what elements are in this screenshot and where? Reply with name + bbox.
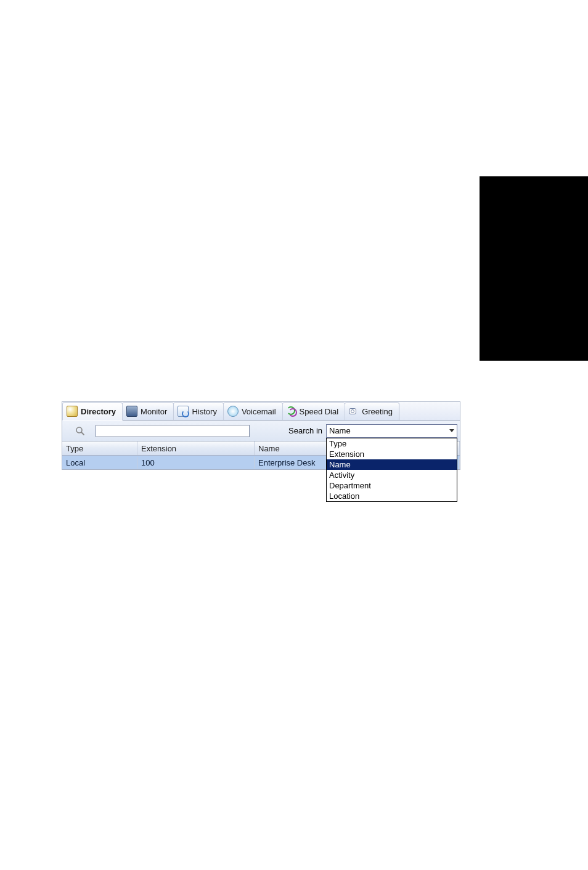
cell-extension: 100 (137, 457, 255, 469)
search-input[interactable] (96, 425, 250, 437)
search-option-extension[interactable]: Extension (327, 449, 457, 459)
search-toolbar: Search in Name Type Extension Name Activ… (62, 421, 460, 441)
svg-line-1 (81, 432, 84, 435)
greeting-icon (349, 406, 359, 416)
chevron-down-icon (449, 429, 454, 432)
history-icon (178, 406, 189, 417)
tab-label-speed-dial: Speed Dial (300, 407, 339, 416)
monitor-icon (126, 406, 137, 417)
search-option-type[interactable]: Type (327, 438, 457, 449)
tab-label-greeting: Greeting (362, 407, 393, 416)
tab-speed-dial[interactable]: Speed Dial (282, 402, 346, 420)
search-icon (65, 426, 96, 436)
search-field-options: Type Extension Name Activity Department … (326, 438, 457, 502)
search-field-selected: Name (329, 426, 351, 435)
black-rectangle (480, 176, 588, 361)
tab-directory[interactable]: Directory (62, 402, 123, 421)
directory-icon (67, 406, 78, 417)
cell-type: Local (62, 457, 137, 469)
search-field-combo: Name Type Extension Name Activity Depart… (326, 424, 457, 438)
tab-label-voicemail: Voicemail (242, 407, 276, 416)
directory-panel: Directory Monitor History Voicemail Spee… (62, 401, 460, 470)
tab-label-monitor: Monitor (141, 407, 167, 416)
refresh-icon (287, 406, 296, 416)
tab-greeting[interactable]: Greeting (345, 402, 399, 420)
tab-history[interactable]: History (173, 402, 223, 420)
tab-monitor[interactable]: Monitor (122, 402, 174, 420)
tab-label-history: History (192, 407, 216, 416)
search-option-location[interactable]: Location (327, 491, 457, 501)
col-header-type[interactable]: Type (62, 441, 137, 455)
search-field-dropdown[interactable]: Name (326, 424, 457, 438)
tab-label-directory: Directory (81, 407, 116, 416)
search-in-label: Search in (288, 426, 322, 435)
search-option-name[interactable]: Name (327, 459, 457, 470)
tab-strip: Directory Monitor History Voicemail Spee… (62, 402, 460, 421)
voicemail-icon (227, 406, 239, 417)
tab-voicemail[interactable]: Voicemail (223, 402, 283, 420)
search-option-activity[interactable]: Activity (327, 470, 457, 480)
search-option-department[interactable]: Department (327, 480, 457, 491)
col-header-extension[interactable]: Extension (137, 441, 255, 455)
